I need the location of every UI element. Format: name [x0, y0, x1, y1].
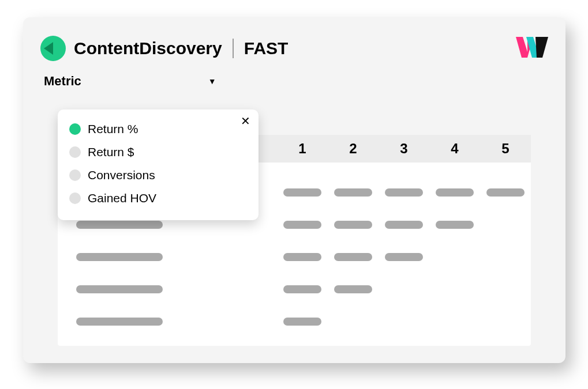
table-cell	[379, 253, 429, 261]
metric-option[interactable]: Gained HOV	[67, 187, 249, 210]
placeholder-bar	[283, 221, 321, 229]
column-header: 2	[328, 141, 379, 157]
placeholder-bar	[385, 221, 423, 229]
metric-option[interactable]: Return $	[67, 141, 249, 164]
radio-icon	[69, 169, 81, 181]
table-row	[58, 241, 531, 273]
radio-icon	[69, 123, 81, 135]
column-header: 5	[480, 141, 531, 157]
table-cell	[480, 188, 531, 197]
placeholder-bar	[436, 221, 474, 229]
placeholder-bar	[385, 253, 423, 261]
header: ContentDiscovery FAST	[40, 35, 548, 62]
placeholder-bar	[76, 318, 163, 326]
table-cell	[277, 221, 328, 229]
table-cell	[379, 221, 429, 229]
header-left: ContentDiscovery FAST	[40, 36, 288, 61]
radio-icon	[69, 192, 81, 204]
table-cell	[480, 253, 531, 261]
metric-option-label: Return %	[88, 122, 138, 136]
metric-option-label: Gained HOV	[88, 191, 156, 205]
table-cell	[379, 285, 429, 293]
metric-option[interactable]: Conversions	[67, 164, 249, 187]
sub-brand: FAST	[244, 39, 289, 58]
placeholder-bar	[283, 318, 321, 326]
table-cell	[277, 253, 328, 261]
placeholder-bar	[76, 285, 163, 293]
table-header-columns: 12345	[277, 141, 531, 157]
row-data-cells	[277, 253, 531, 261]
svg-marker-2	[535, 37, 548, 58]
metric-option[interactable]: Return %	[67, 118, 249, 141]
table-cell	[277, 285, 328, 293]
placeholder-bar	[283, 188, 321, 197]
table-row	[58, 273, 531, 305]
row-data-cells	[277, 318, 531, 326]
table-cell	[429, 285, 480, 293]
w-logo-icon	[516, 35, 548, 62]
row-label-cell	[58, 253, 277, 261]
table-cell	[480, 318, 531, 326]
table-cell	[429, 318, 480, 326]
table-cell	[379, 188, 429, 197]
placeholder-bar	[283, 253, 321, 261]
row-data-cells	[277, 285, 531, 293]
table-cell	[328, 318, 379, 326]
column-header: 1	[277, 141, 328, 157]
placeholder-bar	[385, 188, 423, 197]
brand-logo-icon	[40, 36, 66, 61]
placeholder-bar	[334, 188, 372, 197]
table-cell	[277, 318, 328, 326]
metric-option-label: Return $	[88, 145, 134, 159]
brand-name: ContentDiscovery	[74, 39, 222, 58]
table-cell	[328, 221, 379, 229]
metric-option-label: Conversions	[88, 168, 155, 182]
placeholder-bar	[76, 253, 163, 261]
placeholder-bar	[283, 285, 321, 293]
column-header: 4	[429, 141, 480, 157]
header-divider	[233, 39, 234, 58]
placeholder-bar	[436, 188, 474, 197]
row-data-cells	[277, 188, 531, 197]
table-row	[58, 305, 531, 338]
table-cell	[328, 188, 379, 197]
close-icon[interactable]: ✕	[241, 115, 250, 127]
table-cell	[379, 318, 429, 326]
table-cell	[429, 188, 480, 197]
chevron-down-icon: ▼	[208, 77, 216, 86]
row-label-cell	[58, 285, 277, 293]
row-data-cells	[277, 221, 531, 229]
placeholder-bar	[334, 253, 372, 261]
table-cell	[480, 221, 531, 229]
table-cell	[429, 221, 480, 229]
radio-icon	[69, 146, 81, 158]
metric-label: Metric	[44, 74, 81, 89]
placeholder-bar	[486, 188, 525, 197]
table-cell	[277, 188, 328, 197]
placeholder-bar	[76, 221, 163, 229]
table-cell	[480, 285, 531, 293]
placeholder-bar	[334, 285, 372, 293]
row-label-cell	[58, 221, 277, 229]
table-cell	[328, 285, 379, 293]
metric-dropdown: ✕ Return %Return $ConversionsGained HOV	[58, 109, 259, 220]
table-cell	[429, 253, 480, 261]
metric-selector[interactable]: Metric ▼	[40, 74, 548, 89]
placeholder-bar	[334, 221, 372, 229]
column-header: 3	[379, 141, 429, 157]
table-cell	[328, 253, 379, 261]
app-card: ContentDiscovery FAST Metric ▼ 12345 ✕ R…	[23, 17, 565, 363]
row-label-cell	[58, 318, 277, 326]
